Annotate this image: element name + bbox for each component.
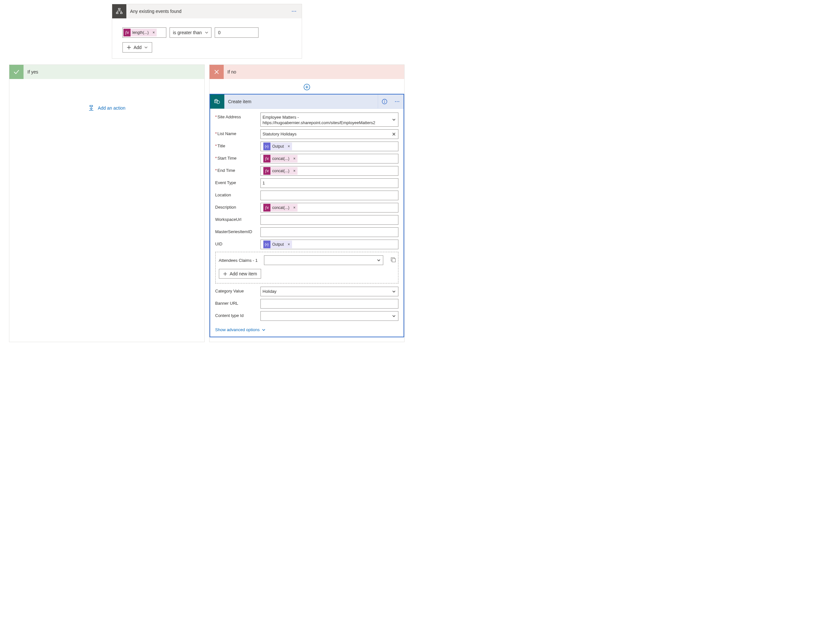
condition-left-operand[interactable]: ƒx length(...) × — [122, 27, 166, 38]
label-attendees: Attendees Claims - 1 — [219, 258, 261, 263]
token-remove-icon[interactable]: × — [151, 30, 157, 35]
label-category: Category Value — [215, 287, 257, 293]
condition-more-button[interactable] — [289, 6, 299, 17]
chevron-down-icon — [144, 46, 148, 49]
condition-value-input[interactable]: 0 — [215, 27, 259, 38]
token-label: concat(...) — [271, 169, 291, 173]
condition-value-text: 0 — [218, 30, 221, 35]
label-uid: UID — [215, 239, 257, 246]
branch-yes: If yes Add an action — [9, 64, 205, 342]
chevron-down-icon — [376, 258, 381, 262]
event-type-input[interactable]: 1 — [260, 178, 399, 188]
show-advanced-label: Show advanced options — [215, 327, 260, 332]
show-advanced-button[interactable]: Show advanced options — [210, 325, 404, 337]
description-input[interactable]: ƒx concat(...) × — [260, 203, 399, 212]
label-end-time: *End Time — [215, 166, 257, 173]
fx-icon: ƒx — [263, 204, 271, 212]
branch-no: If no S Create item — [209, 64, 405, 342]
fx-token-label: length(...) — [131, 30, 151, 35]
label-master-series: MasterSeriesItemID — [215, 227, 257, 234]
fx-token-concat[interactable]: ƒx concat(...) × — [263, 204, 298, 212]
check-icon — [9, 65, 24, 79]
svg-point-28 — [397, 101, 397, 102]
token-remove-icon[interactable]: × — [286, 144, 292, 149]
chevron-down-icon — [392, 289, 396, 294]
content-type-select[interactable] — [260, 311, 399, 321]
token-remove-icon[interactable]: × — [291, 206, 298, 210]
chevron-down-icon — [262, 328, 266, 332]
chevron-down-icon — [392, 314, 396, 318]
add-action-button[interactable]: Add an action — [16, 85, 198, 131]
svg-rect-33 — [392, 259, 396, 262]
title-input[interactable]: {x} Output × — [260, 142, 399, 151]
add-label: Add — [134, 45, 142, 50]
create-item-title: Create item — [224, 99, 251, 104]
create-item-more-button[interactable] — [392, 96, 402, 107]
location-input[interactable] — [260, 191, 399, 200]
attendees-select[interactable] — [264, 255, 383, 265]
condition-add-button[interactable]: Add — [122, 42, 152, 53]
fx-token-concat[interactable]: ƒx concat(...) × — [263, 167, 298, 175]
attendees-group: Attendees Claims - 1 — [215, 252, 399, 284]
create-item-card: S Create item — [210, 94, 405, 337]
branch-no-title: If no — [224, 69, 236, 75]
workspace-url-input[interactable] — [260, 215, 399, 225]
end-time-input[interactable]: ƒx concat(...) × — [260, 166, 399, 176]
svg-point-27 — [395, 101, 396, 102]
fx-icon: ƒx — [123, 29, 131, 37]
token-remove-icon[interactable]: × — [291, 156, 298, 161]
label-start-time: *Start Time — [215, 154, 257, 160]
category-select[interactable]: Holiday — [260, 287, 399, 296]
fx-token-concat[interactable]: ƒx concat(...) × — [263, 155, 298, 163]
token-remove-icon[interactable]: × — [291, 169, 298, 173]
condition-operator-select[interactable]: is greater than — [170, 27, 212, 38]
condition-icon — [112, 4, 126, 18]
svg-point-25 — [384, 100, 385, 101]
switch-mode-icon[interactable] — [390, 257, 396, 262]
add-step-button[interactable] — [210, 84, 405, 91]
clear-icon[interactable] — [392, 132, 396, 136]
plus-icon — [223, 272, 227, 276]
sharepoint-icon: S — [210, 95, 224, 109]
uid-input[interactable]: {x} Output × — [260, 239, 399, 249]
svg-point-29 — [399, 101, 399, 102]
add-new-item-button[interactable]: Add new item — [219, 269, 262, 279]
info-button[interactable] — [378, 95, 391, 109]
operator-label: is greater than — [173, 30, 202, 35]
svg-point-7 — [292, 11, 292, 12]
site-address-value: Employee Matters - https://hugoabernier.… — [263, 115, 389, 126]
branch-no-header[interactable]: If no — [210, 65, 405, 79]
add-action-label: Add an action — [98, 105, 125, 111]
list-name-input[interactable]: Statutory Holidays — [260, 129, 399, 139]
close-icon — [210, 65, 224, 79]
token-label: concat(...) — [271, 206, 291, 210]
dynamic-token-output[interactable]: {x} Output × — [263, 241, 292, 248]
event-type-value: 1 — [263, 181, 265, 186]
token-label: Output — [271, 242, 286, 247]
site-address-select[interactable]: Employee Matters - https://hugoabernier.… — [260, 113, 399, 127]
master-series-input[interactable] — [260, 227, 399, 237]
fx-token-length[interactable]: ƒx length(...) × — [123, 29, 157, 37]
dynamic-token-output[interactable]: {x} Output × — [263, 143, 292, 150]
svg-rect-12 — [90, 105, 93, 107]
token-remove-icon[interactable]: × — [286, 242, 292, 247]
label-banner-url: Banner URL — [215, 299, 257, 306]
label-event-type: Event Type — [215, 178, 257, 185]
branch-yes-header[interactable]: If yes — [9, 65, 204, 79]
svg-rect-0 — [118, 8, 120, 10]
svg-point-8 — [293, 11, 294, 12]
banner-url-input[interactable] — [260, 299, 399, 309]
chevron-down-icon — [205, 30, 208, 35]
condition-header[interactable]: Any existing events found — [112, 4, 302, 18]
dynamic-icon: {x} — [263, 241, 271, 248]
svg-text:S: S — [215, 100, 216, 102]
fx-icon: ƒx — [263, 167, 271, 175]
add-new-item-label: Add new item — [230, 271, 257, 276]
token-label: concat(...) — [271, 156, 291, 161]
branch-yes-title: If yes — [24, 69, 38, 75]
insert-action-icon — [88, 105, 94, 111]
fx-icon: ƒx — [263, 155, 271, 163]
start-time-input[interactable]: ƒx concat(...) × — [260, 154, 399, 163]
plus-icon — [127, 45, 131, 50]
list-name-value: Statutory Holidays — [263, 131, 297, 137]
